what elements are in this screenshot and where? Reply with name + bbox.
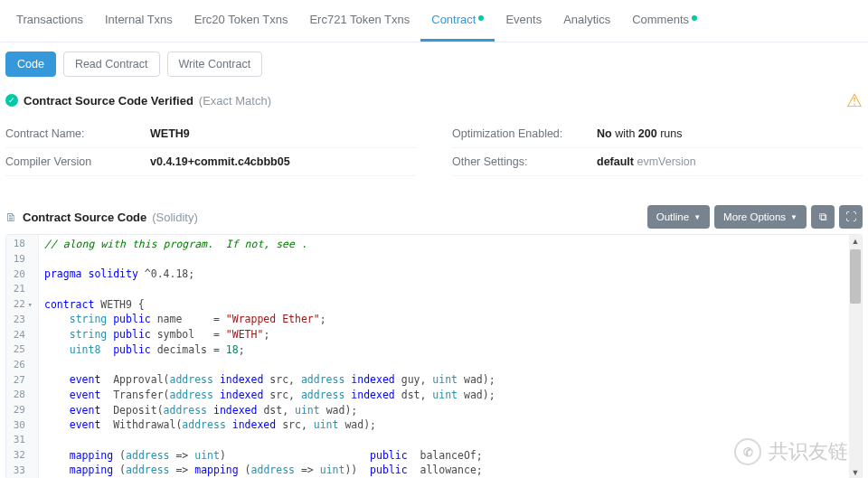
copy-button[interactable]: ⧉	[811, 205, 835, 229]
code-content[interactable]: // along with this program. If not, see …	[39, 235, 862, 478]
value-contract-name: WETH9	[150, 127, 190, 140]
label-optimization: Optimization Enabled:	[452, 127, 597, 140]
warning-icon[interactable]: ⚠	[846, 89, 863, 111]
scroll-up-arrow[interactable]: ▲	[849, 235, 862, 248]
value-compiler: v0.4.19+commit.c4cbbb05	[150, 155, 290, 168]
tab-transactions[interactable]: Transactions	[5, 0, 94, 42]
tab-internal-txns[interactable]: Internal Txns	[94, 0, 184, 42]
verified-match: (Exact Match)	[199, 94, 271, 108]
tab-contract[interactable]: Contract	[420, 0, 495, 42]
contract-info: Contract Name: WETH9 Compiler Version v0…	[0, 120, 868, 192]
check-circle-icon: ✓	[5, 94, 18, 107]
source-lang: (Solidity)	[152, 211, 198, 224]
line-gutter: 1819202122▾23242526272829303132333435▾36…	[6, 235, 39, 478]
verified-row: ✓ Contract Source Code Verified (Exact M…	[0, 86, 868, 120]
value-other-settings: default evmVersion	[597, 155, 696, 168]
scroll-down-arrow[interactable]: ▼	[849, 466, 862, 478]
main-tabs: Transactions Internal Txns Erc20 Token T…	[0, 0, 868, 42]
source-code-viewer[interactable]: 1819202122▾23242526272829303132333435▾36…	[5, 234, 863, 478]
label-other-settings: Other Settings:	[452, 155, 597, 168]
verified-dot-icon	[478, 15, 484, 21]
chevron-down-icon: ▼	[790, 213, 797, 221]
fullscreen-button[interactable]: ⛶	[839, 205, 863, 229]
source-title: Contract Source Code	[23, 211, 146, 224]
source-header: 🗎 Contract Source Code (Solidity) Outlin…	[0, 192, 868, 234]
tab-events[interactable]: Events	[495, 0, 552, 42]
label-compiler: Compiler Version	[5, 155, 150, 168]
tab-erc721[interactable]: Erc721 Token Txns	[298, 0, 420, 42]
label-contract-name: Contract Name:	[5, 127, 150, 140]
chevron-down-icon: ▼	[693, 213, 701, 221]
vertical-scrollbar[interactable]: ▲ ▼	[849, 235, 862, 478]
value-optimization: No with 200 runs	[597, 127, 683, 140]
subtab-read[interactable]: Read Contract	[63, 52, 160, 77]
outline-button[interactable]: Outline▼	[647, 205, 710, 229]
more-options-button[interactable]: More Options▼	[714, 205, 807, 229]
subtab-write[interactable]: Write Contract	[167, 52, 263, 77]
scroll-thumb[interactable]	[850, 249, 861, 304]
comments-dot-icon	[692, 15, 697, 21]
tab-analytics[interactable]: Analytics	[552, 0, 621, 42]
contract-subtabs: Code Read Contract Write Contract	[0, 42, 868, 86]
file-icon: 🗎	[5, 211, 17, 224]
verified-title: Contract Source Code Verified	[24, 94, 193, 108]
subtab-code[interactable]: Code	[5, 52, 56, 77]
tab-comments[interactable]: Comments	[621, 0, 708, 42]
tab-erc20[interactable]: Erc20 Token Txns	[184, 0, 299, 42]
